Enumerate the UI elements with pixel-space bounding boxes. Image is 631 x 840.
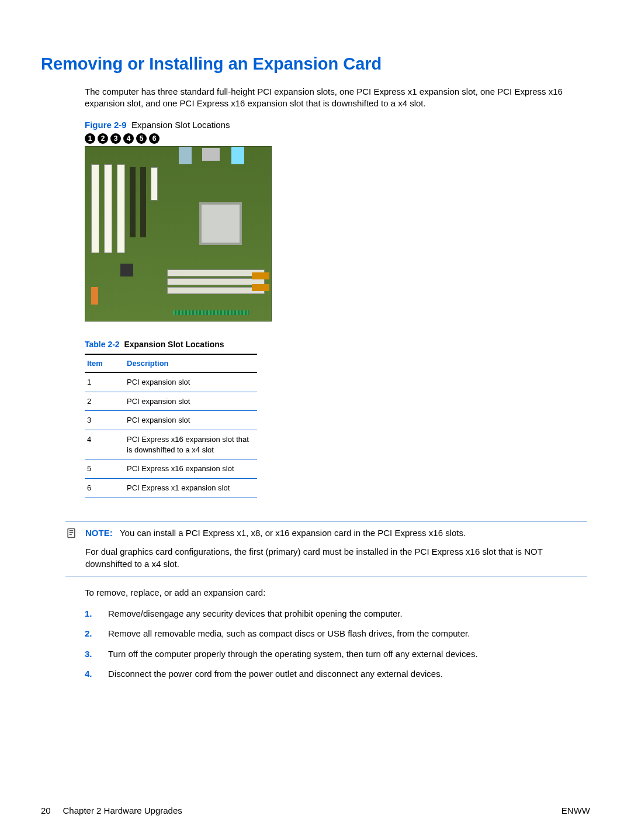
list-item: 2. Remove all removable media, such as c… (85, 628, 587, 639)
chapter-title: Chapter 2 Hardware Upgrades (63, 806, 182, 815)
callout-5: 5 (136, 133, 147, 144)
page-title: Removing or Installing an Expansion Card (41, 53, 590, 75)
footer-left: 20 Chapter 2 Hardware Upgrades (41, 805, 182, 817)
callout-6: 6 (149, 133, 160, 144)
note-text-2: For dual graphics card configurations, t… (85, 546, 587, 570)
cell-item: 4 (85, 430, 124, 459)
note-body: NOTE: You can install a PCI Express x1, … (85, 527, 587, 570)
cell-item: 5 (85, 459, 124, 479)
table-row: 3 PCI expansion slot (85, 411, 257, 430)
cell-desc: PCI Express x1 expansion slot (124, 478, 257, 497)
cell-item: 1 (85, 372, 124, 392)
list-item: 3. Turn off the computer properly throug… (85, 648, 587, 660)
list-item: 1. Remove/disengage any security devices… (85, 608, 587, 620)
table-title: Table 2-2 Expansion Slot Locations (85, 339, 257, 350)
figure-callouts: 1 2 3 4 5 6 (85, 133, 587, 144)
step-text: Remove/disengage any security devices th… (108, 608, 587, 620)
cell-desc: PCI Express x16 expansion slot (124, 459, 257, 479)
document-page: Removing or Installing an Expansion Card… (0, 0, 631, 840)
cell-desc: PCI expansion slot (124, 392, 257, 411)
lead-sentence: To remove, replace, or add an expansion … (85, 587, 587, 599)
page-number: 20 (41, 806, 51, 815)
cell-item: 2 (85, 392, 124, 411)
cell-desc: PCI expansion slot (124, 411, 257, 430)
step-number: 1. (85, 608, 108, 620)
figure-caption: Figure 2-9 Expansion Slot Locations (85, 119, 587, 131)
table-row: 1 PCI expansion slot (85, 372, 257, 392)
note-label: NOTE: (85, 528, 113, 538)
cell-desc: PCI Express x16 expansion slot that is d… (124, 430, 257, 459)
intro-paragraph: The computer has three standard full-hei… (85, 86, 587, 110)
table-row: 2 PCI expansion slot (85, 392, 257, 411)
figure-caption-text: Expansion Slot Locations (131, 120, 230, 130)
cell-item: 3 (85, 411, 124, 430)
step-number: 2. (85, 628, 108, 639)
step-text: Remove all removable media, such as comp… (108, 628, 587, 639)
expansion-slot-table: Item Description 1 PCI expansion slot 2 … (85, 354, 257, 497)
cell-item: 6 (85, 478, 124, 497)
slot-table-wrap: Table 2-2 Expansion Slot Locations Item … (85, 339, 257, 497)
table-row: 6 PCI Express x1 expansion slot (85, 478, 257, 497)
note-text-1: You can install a PCI Express x1, x8, or… (120, 528, 466, 538)
table-header-item: Item (85, 354, 124, 373)
cell-desc: PCI expansion slot (124, 372, 257, 392)
steps-list: 1. Remove/disengage any security devices… (85, 608, 587, 680)
note-icon (65, 527, 85, 570)
table-label: Table 2-2 (85, 340, 120, 349)
callout-1: 1 (85, 133, 95, 144)
page-footer: 20 Chapter 2 Hardware Upgrades ENWW (41, 805, 590, 817)
step-text: Disconnect the power cord from the power… (108, 668, 587, 680)
list-item: 4. Disconnect the power cord from the po… (85, 668, 587, 680)
content-block: The computer has three standard full-hei… (85, 86, 587, 497)
callout-2: 2 (98, 133, 108, 144)
note-block: NOTE: You can install a PCI Express x1, … (65, 521, 587, 576)
step-number: 3. (85, 648, 108, 660)
callout-3: 3 (110, 133, 121, 144)
footer-right: ENWW (561, 805, 590, 817)
step-text: Turn off the computer properly through t… (108, 648, 587, 660)
motherboard-illustration (85, 146, 272, 322)
table-caption: Expansion Slot Locations (124, 340, 224, 349)
motherboard-figure: 1 2 3 4 5 6 (85, 133, 587, 322)
figure-label: Figure 2-9 (85, 120, 127, 130)
table-row: 4 PCI Express x16 expansion slot that is… (85, 430, 257, 459)
step-number: 4. (85, 668, 108, 680)
table-header-desc: Description (124, 354, 257, 373)
table-row: 5 PCI Express x16 expansion slot (85, 459, 257, 479)
callout-4: 4 (123, 133, 134, 144)
